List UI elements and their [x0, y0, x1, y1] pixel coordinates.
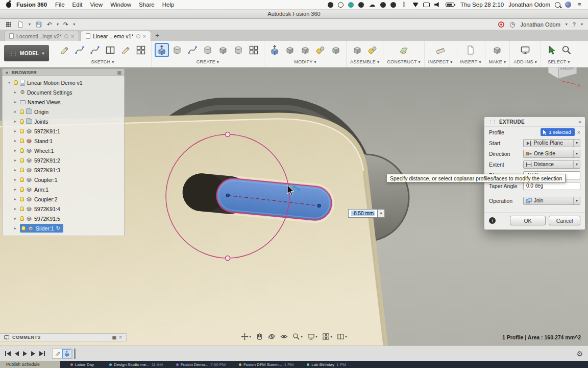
dialog-header[interactable]: ⋮⋮ EXTRUDE » [484, 117, 585, 127]
browser-header[interactable]: « BROWSER ▣ [2, 68, 125, 76]
scripts-addins-icon[interactable] [519, 43, 532, 57]
browser-item-component[interactable]: ▸ Coupler:1 [3, 175, 124, 185]
browser-item-component[interactable]: ▸ Stand:1 [3, 136, 124, 146]
visibility-bulb-icon[interactable] [20, 139, 24, 143]
status-icon[interactable] [358, 2, 364, 8]
disclosure-icon[interactable]: ▸ [13, 168, 18, 172]
new-tab-button[interactable]: + [155, 31, 159, 39]
browser-root-node[interactable]: ▾ Linear Motion Demo v1 [3, 78, 124, 87]
step-forward-button[interactable] [31, 351, 35, 356]
insert-icon[interactable] [464, 43, 477, 57]
disclosure-icon[interactable]: ▸ [13, 187, 18, 192]
close-tab-icon[interactable]: × [143, 33, 146, 39]
disclosure-icon[interactable]: ▸ [13, 119, 18, 124]
notification-center-icon[interactable]: ≡ [576, 1, 583, 8]
status-icon[interactable] [348, 2, 354, 8]
measure-icon[interactable] [434, 43, 447, 57]
sketch-point[interactable] [226, 194, 230, 197]
sweep-icon[interactable] [186, 43, 199, 57]
go-to-end-button[interactable] [39, 351, 45, 356]
group-label[interactable]: ADD-INS [513, 59, 533, 64]
appearance-icon[interactable] [329, 43, 342, 57]
selection-filter-icon[interactable] [560, 43, 573, 57]
step-back-button[interactable] [15, 351, 19, 356]
group-label[interactable]: CONSTRUCT [387, 59, 416, 64]
ground-state-icon[interactable]: ↻ [56, 226, 60, 231]
apple-menu-icon[interactable] [6, 2, 11, 8]
group-label[interactable]: INSPECT [428, 59, 449, 64]
panel-grip-icon[interactable]: ▣ [117, 70, 121, 75]
sketch-endpoint[interactable] [226, 132, 230, 137]
group-label[interactable]: MAKE [489, 59, 502, 64]
press-pull-icon[interactable] [268, 43, 281, 57]
tab-linear-motion-demo[interactable]: Linear ...emo v1* × [81, 31, 151, 41]
rectangle-icon[interactable] [104, 43, 117, 57]
joint-icon[interactable] [366, 43, 379, 57]
dialog-expand-icon[interactable]: » [578, 119, 581, 125]
caret-icon[interactable]: ▾ [573, 197, 580, 204]
revolve-icon[interactable] [170, 43, 184, 57]
visibility-bulb-icon[interactable] [20, 177, 24, 182]
disclosure-icon[interactable]: ▸ [13, 90, 18, 95]
thread-icon[interactable] [232, 43, 245, 57]
help-icon[interactable]: ? [573, 21, 576, 28]
menubar-clock[interactable]: Thu Sep 28 2:10 [460, 2, 504, 8]
data-panel-icon[interactable] [5, 21, 12, 28]
construction-plane-icon[interactable] [397, 43, 410, 57]
group-label[interactable]: SELECT [548, 59, 566, 64]
browser-item-component[interactable]: ▸ Wheel:1 [3, 146, 124, 155]
project-icon[interactable] [134, 43, 148, 57]
collapse-panel-icon[interactable]: « [6, 70, 8, 75]
browser-item-component[interactable]: ▸ Coupler:2 [3, 194, 124, 204]
status-icon[interactable] [338, 2, 344, 8]
clear-selection-icon[interactable]: × [577, 129, 580, 135]
visibility-bulb-icon[interactable] [20, 206, 24, 211]
disclosure-icon[interactable]: ▸ [13, 129, 18, 133]
trim-icon[interactable] [119, 43, 132, 57]
browser-item-component[interactable]: ▸ 5972K91:3 [3, 165, 124, 175]
group-label[interactable]: ASSEMBLE [350, 59, 376, 64]
operation-dropdown[interactable]: Join ▾ [523, 197, 580, 205]
look-at-icon[interactable] [280, 333, 288, 340]
battery-icon[interactable] [446, 3, 454, 7]
visibility-bulb-icon[interactable] [20, 216, 24, 221]
item-label[interactable]: Coupler:1 [34, 177, 58, 183]
status-icon[interactable] [390, 2, 396, 8]
item-label[interactable]: Arm:1 [34, 187, 48, 193]
caret-icon[interactable]: ▾ [573, 150, 580, 157]
arc-icon[interactable] [88, 43, 102, 57]
menu-share[interactable]: Share [139, 2, 155, 8]
browser-item-named-views[interactable]: ▸ Named Views [3, 97, 124, 107]
new-component-icon[interactable] [351, 43, 364, 57]
pan-icon[interactable] [256, 333, 263, 340]
menubar-user[interactable]: Jonathan Odom [508, 2, 550, 8]
menu-file[interactable]: File [55, 2, 65, 8]
shell-icon[interactable] [299, 43, 312, 57]
zoom-icon[interactable]: ▾ [292, 333, 303, 340]
menu-window[interactable]: Window [110, 2, 131, 8]
redo-icon[interactable]: ↷ [63, 21, 68, 28]
position-icon[interactable]: ▾ [241, 333, 251, 340]
caret-icon[interactable]: ▾ [573, 161, 580, 168]
display-settings-icon[interactable]: ▾ [307, 333, 317, 340]
job-status-icon[interactable] [498, 21, 504, 28]
loft-icon[interactable] [201, 43, 214, 57]
recent-activity-icon[interactable]: ◷ [509, 21, 515, 28]
3d-print-icon[interactable] [491, 43, 504, 57]
item-label[interactable]: 5972K91:1 [34, 128, 60, 134]
browser-item-component[interactable]: ▸ 5972K91:4 [3, 204, 124, 214]
comments-bar[interactable]: COMMENTS ▣ ≡ [0, 333, 127, 341]
sketch-point[interactable] [317, 204, 321, 208]
timeline-sketch-feature-icon[interactable] [54, 350, 62, 358]
select-icon[interactable] [545, 43, 558, 57]
menu-help[interactable]: Help [162, 2, 175, 8]
account-caret-icon[interactable]: ▾ [566, 22, 568, 27]
undo-icon[interactable]: ↶ [47, 21, 52, 28]
disclosure-icon[interactable]: ▸ [13, 226, 18, 231]
browser-item-origin[interactable]: ▸ Origin [3, 107, 124, 117]
group-label[interactable]: CREATE [197, 59, 215, 64]
visibility-bulb-icon[interactable] [20, 109, 24, 114]
extrude-icon[interactable] [155, 43, 168, 57]
info-icon[interactable]: i [489, 217, 496, 224]
visibility-bulb-icon[interactable] [20, 187, 24, 192]
